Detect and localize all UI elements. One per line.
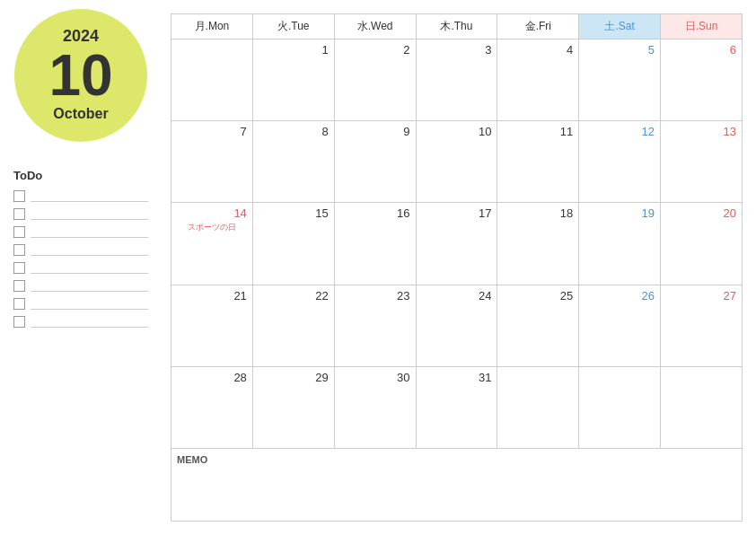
todo-section: ToDo: [13, 169, 148, 333]
cell-w1-fri: 4: [497, 39, 579, 121]
week-row-2: 7 8 9 10 11 12 13: [171, 121, 743, 203]
holiday-label-14: スポーツの日: [177, 222, 247, 233]
day-27: 27: [666, 289, 736, 303]
th-wed: 水.Wed: [334, 14, 416, 39]
day-19: 19: [585, 206, 655, 220]
day-3: 3: [422, 43, 492, 57]
th-sat: 土.Sat: [579, 14, 661, 39]
header-row: 月.Mon 火.Tue 水.Wed 木.Thu 金.Fri 土.Sat 日.Su…: [171, 14, 743, 39]
todo-checkbox-1[interactable]: [13, 190, 25, 202]
day-5: 5: [585, 43, 655, 57]
cell-w1-wed: 2: [334, 39, 416, 121]
th-mon: 月.Mon: [171, 14, 253, 39]
week-row-3: 14 スポーツの日 15 16 17 18 19 20: [171, 203, 743, 285]
day-12: 12: [585, 125, 655, 138]
day-4: 4: [503, 43, 573, 57]
day-11: 11: [503, 125, 573, 138]
day-25: 25: [503, 289, 573, 303]
cell-w1-tue: 1: [252, 39, 334, 121]
todo-line-4: [31, 243, 148, 256]
cell-w2-thu: 10: [416, 121, 497, 203]
cell-w2-tue: 8: [252, 121, 334, 203]
month-number: 10: [48, 47, 112, 104]
day-21: 21: [177, 289, 247, 303]
week-row-4: 21 22 23 24 25 26 27: [171, 285, 743, 366]
memo-cell: MEMO: [171, 449, 743, 522]
todo-line-1: [31, 189, 148, 202]
todo-item-3: [13, 225, 148, 238]
day-1: 1: [259, 43, 329, 57]
cell-w5-thu: 31: [416, 366, 497, 448]
day-17: 17: [422, 206, 492, 220]
day-29: 29: [259, 371, 329, 384]
cell-w4-tue: 22: [252, 285, 334, 366]
todo-line-6: [31, 279, 148, 292]
day-24: 24: [422, 289, 492, 303]
day-7: 7: [177, 125, 247, 138]
cell-w5-mon: 28: [171, 366, 253, 448]
day-2: 2: [340, 43, 410, 57]
cell-w5-sun: [661, 366, 743, 448]
todo-line-2: [31, 207, 148, 220]
todo-checkbox-2[interactable]: [13, 208, 25, 220]
day-13: 13: [666, 125, 736, 138]
cell-w4-mon: 21: [171, 285, 253, 366]
day-28: 28: [177, 371, 247, 384]
cell-w4-sun: 27: [661, 285, 743, 366]
cell-w4-fri: 25: [497, 285, 579, 366]
week-row-5: 28 29 30 31: [171, 366, 743, 448]
memo-label: MEMO: [177, 454, 207, 465]
day-22: 22: [259, 289, 329, 303]
calendar-table: 月.Mon 火.Tue 水.Wed 木.Thu 金.Fri 土.Sat 日.Su…: [171, 13, 743, 522]
cell-w5-tue: 29: [252, 366, 334, 448]
cell-w1-sun: 6: [661, 39, 743, 121]
calendar-area: 月.Mon 火.Tue 水.Wed 木.Thu 金.Fri 土.Sat 日.Su…: [171, 13, 743, 522]
week-row-1: 1 2 3 4 5 6: [171, 39, 743, 121]
cell-w2-mon: 7: [171, 121, 253, 203]
memo-row: MEMO: [171, 449, 743, 522]
day-10: 10: [422, 125, 492, 138]
todo-line-5: [31, 261, 148, 274]
cell-w2-wed: 9: [334, 121, 416, 203]
todo-checkbox-8[interactable]: [13, 316, 25, 328]
todo-title: ToDo: [13, 169, 148, 182]
th-sun: 日.Sun: [661, 14, 743, 39]
th-fri: 金.Fri: [497, 14, 579, 39]
todo-checkbox-3[interactable]: [13, 226, 25, 238]
cell-w5-wed: 30: [334, 366, 416, 448]
cell-w4-wed: 23: [334, 285, 416, 366]
cell-w5-fri: [497, 366, 579, 448]
day-9: 9: [340, 125, 410, 138]
todo-checkbox-7[interactable]: [13, 298, 25, 310]
cell-w2-fri: 11: [497, 121, 579, 203]
day-15: 15: [259, 206, 329, 220]
day-30: 30: [340, 371, 410, 384]
cell-w2-sat: 12: [579, 121, 661, 203]
todo-line-3: [31, 225, 148, 238]
cell-w3-fri: 18: [497, 203, 579, 285]
cell-w3-sat: 19: [579, 203, 661, 285]
cell-w3-thu: 17: [416, 203, 497, 285]
todo-item-4: [13, 243, 148, 256]
cell-w1-thu: 3: [416, 39, 497, 121]
todo-item-1: [13, 189, 148, 202]
th-tue: 火.Tue: [252, 14, 334, 39]
todo-checkbox-6[interactable]: [13, 280, 25, 292]
todo-checkbox-4[interactable]: [13, 244, 25, 256]
todo-checkbox-5[interactable]: [13, 262, 25, 274]
todo-item-2: [13, 207, 148, 220]
left-panel: 2024 10 October ToDo: [0, 0, 162, 535]
day-23: 23: [340, 289, 410, 303]
cell-w1-sat: 5: [579, 39, 661, 121]
day-18: 18: [503, 206, 573, 220]
cell-w4-sat: 26: [579, 285, 661, 366]
todo-item-6: [13, 279, 148, 292]
todo-item-5: [13, 261, 148, 274]
day-14: 14: [177, 206, 247, 220]
day-20: 20: [666, 206, 736, 220]
th-thu: 木.Thu: [416, 14, 497, 39]
cell-w3-tue: 15: [252, 203, 334, 285]
day-6: 6: [666, 43, 736, 57]
todo-line-8: [31, 315, 148, 328]
cell-w4-thu: 24: [416, 285, 497, 366]
